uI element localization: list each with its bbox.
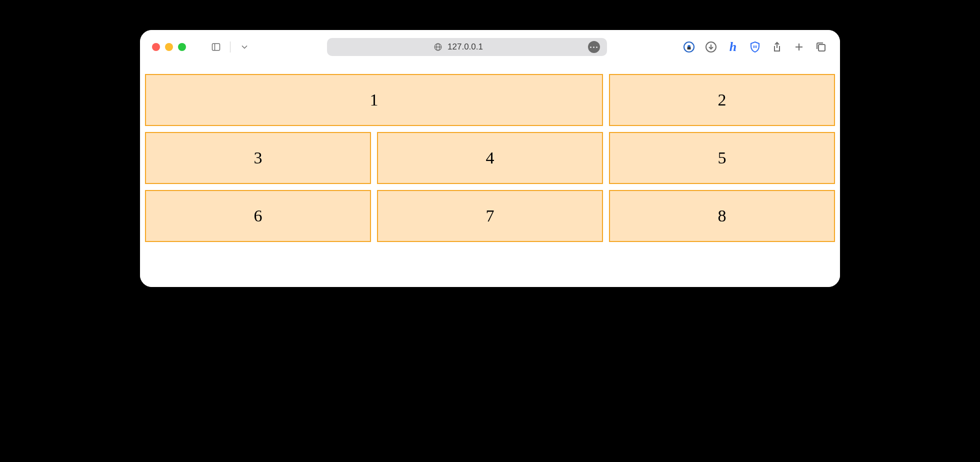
close-window-button[interactable] (152, 43, 160, 51)
new-tab-button[interactable] (792, 40, 806, 54)
privacy-report-button[interactable] (682, 40, 696, 54)
tabs-icon (815, 41, 827, 53)
grid-cell-7: 7 (377, 190, 603, 242)
share-button[interactable] (770, 40, 784, 54)
toolbar-right: h (682, 40, 828, 54)
plus-icon (793, 41, 805, 53)
share-icon (771, 41, 783, 53)
address-bar[interactable]: 127.0.0.1 (327, 38, 607, 56)
adblock-extension-button[interactable] (748, 40, 762, 54)
honey-icon: h (730, 40, 736, 54)
sidebar-toggle-button[interactable] (209, 40, 223, 54)
browser-window: 127.0.0.1 (140, 30, 840, 287)
downloads-button[interactable] (704, 40, 718, 54)
maximize-window-button[interactable] (178, 43, 186, 51)
sidebar-icon (211, 42, 221, 52)
honey-extension-button[interactable]: h (726, 40, 740, 54)
page-content: 1 2 3 4 5 6 7 8 (140, 64, 840, 287)
svg-rect-6 (688, 47, 691, 50)
grid-cell-8: 8 (609, 190, 835, 242)
privacy-shield-icon (683, 41, 695, 53)
more-dots-icon (590, 46, 598, 48)
grid-cell-4: 4 (377, 132, 603, 184)
browser-toolbar: 127.0.0.1 (140, 30, 840, 64)
tab-dropdown-button[interactable] (238, 40, 252, 54)
grid-cell-6: 6 (145, 190, 371, 242)
grid-container: 1 2 3 4 5 6 7 8 (145, 74, 835, 242)
grid-cell-5: 5 (609, 132, 835, 184)
address-text: 127.0.0.1 (448, 42, 483, 52)
tab-overview-button[interactable] (814, 40, 828, 54)
shield-pause-icon (749, 41, 761, 53)
window-controls (152, 43, 186, 51)
grid-cell-2: 2 (609, 74, 835, 126)
grid-cell-3: 3 (145, 132, 371, 184)
minimize-window-button[interactable] (165, 43, 173, 51)
globe-icon (434, 42, 442, 52)
chevron-down-icon (240, 42, 250, 52)
svg-rect-14 (818, 44, 825, 51)
address-more-button[interactable] (588, 41, 600, 53)
toolbar-divider (230, 42, 230, 52)
svg-rect-0 (212, 44, 220, 50)
download-icon (705, 41, 717, 53)
grid-cell-1: 1 (145, 74, 603, 126)
